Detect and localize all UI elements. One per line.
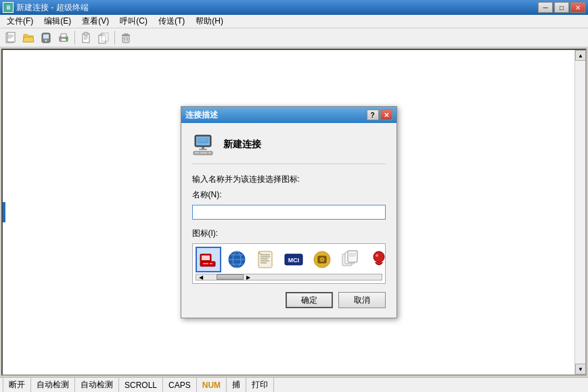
minimize-button[interactable]: ─ xyxy=(538,2,553,13)
status-bar: 断开 自动检测 自动检测 SCROLL CAPS NUM 捕 打印 xyxy=(0,377,588,392)
dialog-name-label: 名称(N): xyxy=(192,189,386,201)
cancel-button[interactable]: 取消 xyxy=(338,292,386,308)
menu-bar: 文件(F) 编辑(E) 查看(V) 呼叫(C) 传送(T) 帮助(H) xyxy=(0,15,588,28)
svg-point-11 xyxy=(66,38,67,39)
svg-rect-28 xyxy=(199,149,207,150)
connection-description-dialog: 连接描述 ? ✕ xyxy=(181,106,397,318)
dialog-close-button[interactable]: ✕ xyxy=(380,109,392,120)
menu-transfer[interactable]: 传送(T) xyxy=(153,16,190,28)
toolbar-sep1 xyxy=(74,31,75,45)
svg-point-65 xyxy=(376,254,378,257)
svg-text:MCI: MCI xyxy=(288,257,299,264)
toolbar-clipboard[interactable] xyxy=(78,30,94,45)
status-scroll: SCROLL xyxy=(119,378,163,392)
dialog-overlay: 连接描述 ? ✕ xyxy=(3,50,574,374)
menu-view[interactable]: 查看(V) xyxy=(76,16,114,28)
dialog-help-button[interactable]: ? xyxy=(367,109,379,120)
toolbar-phone[interactable] xyxy=(38,30,54,45)
dialog-title-controls: ? ✕ xyxy=(367,109,392,120)
svg-point-64 xyxy=(374,251,384,262)
svg-rect-30 xyxy=(195,152,199,153)
app-icon: 🖥 xyxy=(3,2,14,13)
svg-rect-40 xyxy=(210,263,212,264)
icon-item-4[interactable]: MCI xyxy=(281,247,307,272)
ok-button[interactable]: 确定 xyxy=(286,292,333,308)
dialog-header-title: 新建连接 xyxy=(223,139,261,151)
svg-rect-20 xyxy=(122,35,129,43)
dialog-instruction: 输入名称并为该连接选择图标: xyxy=(192,174,386,185)
icon-item-5[interactable] xyxy=(309,247,335,272)
title-bar-left: 🖥 新建连接 - 超级终端 xyxy=(3,2,89,14)
status-capture: 捕 xyxy=(227,378,246,392)
dialog-computer-icon xyxy=(192,132,217,157)
title-bar-controls: ─ □ ✕ xyxy=(538,2,585,13)
icon-scroll-thumb[interactable] xyxy=(217,274,244,280)
dialog-header-row: 新建连接 xyxy=(192,132,386,164)
icon-item-2[interactable] xyxy=(224,247,250,272)
status-num: NUM xyxy=(197,378,227,392)
menu-file[interactable]: 文件(F) xyxy=(1,16,39,28)
icon-scrollbar[interactable]: ◀ ▶ xyxy=(196,274,382,280)
icon-item-1[interactable] xyxy=(196,247,221,272)
main-scrollbar[interactable]: ▲ ▼ xyxy=(574,50,585,374)
status-auto-detect-2: 自动检测 xyxy=(75,378,119,392)
window-title: 新建连接 - 超级终端 xyxy=(16,2,89,14)
svg-rect-9 xyxy=(61,34,66,37)
svg-rect-10 xyxy=(61,39,66,41)
toolbar-sep2 xyxy=(114,31,115,45)
dialog-name-input[interactable] xyxy=(192,205,386,220)
menu-call[interactable]: 呼叫(C) xyxy=(114,16,153,28)
scroll-down-arrow[interactable]: ▼ xyxy=(575,364,586,374)
toolbar-paste[interactable] xyxy=(95,30,112,45)
main-area: ▲ ▼ 连接描述 ? ✕ xyxy=(1,49,587,376)
close-button[interactable]: ✕ xyxy=(570,2,585,13)
icon-item-3[interactable] xyxy=(252,247,278,272)
svg-point-7 xyxy=(45,39,47,41)
icon-scroll-right[interactable]: ▶ xyxy=(244,274,253,280)
svg-rect-6 xyxy=(43,34,49,39)
icon-scroll-left[interactable]: ◀ xyxy=(196,274,206,280)
dialog-footer: 确定 取消 xyxy=(192,292,386,308)
menu-edit[interactable]: 编辑(E) xyxy=(39,16,76,28)
toolbar-delete[interactable] xyxy=(118,30,134,45)
svg-rect-32 xyxy=(208,152,211,153)
dialog-title-label: 连接描述 xyxy=(185,109,218,121)
svg-rect-19 xyxy=(101,33,108,41)
status-auto-detect-1: 自动检测 xyxy=(31,378,75,392)
dialog-title-bar: 连接描述 ? ✕ xyxy=(181,107,397,123)
status-print: 打印 xyxy=(246,378,274,392)
svg-point-57 xyxy=(321,259,323,260)
status-connection: 断开 xyxy=(3,378,31,392)
toolbar-open[interactable] xyxy=(20,30,37,45)
svg-rect-13 xyxy=(84,32,88,35)
menu-help[interactable]: 帮助(H) xyxy=(190,16,229,28)
maximize-button[interactable]: □ xyxy=(554,2,569,13)
svg-rect-39 xyxy=(203,263,208,264)
status-caps: CAPS xyxy=(163,378,197,392)
scroll-up-arrow[interactable]: ▲ xyxy=(575,50,586,61)
toolbar-new[interactable] xyxy=(3,30,19,45)
svg-rect-1 xyxy=(7,32,15,42)
icon-grid: MCI xyxy=(196,247,382,272)
dialog-body: 新建连接 输入名称并为该连接选择图标: 名称(N): 图标(I): xyxy=(181,123,397,318)
icon-item-7[interactable] xyxy=(366,247,386,272)
dialog-icon-label: 图标(I): xyxy=(192,228,386,239)
svg-rect-37 xyxy=(202,255,210,260)
toolbar xyxy=(0,28,588,47)
icon-grid-container: MCI xyxy=(192,243,386,284)
svg-rect-31 xyxy=(200,152,207,153)
toolbar-print[interactable] xyxy=(55,30,72,45)
title-bar: 🖥 新建连接 - 超级终端 ─ □ ✕ xyxy=(0,0,588,15)
icon-item-6[interactable] xyxy=(338,247,363,272)
scroll-thumb-area[interactable] xyxy=(575,61,585,364)
